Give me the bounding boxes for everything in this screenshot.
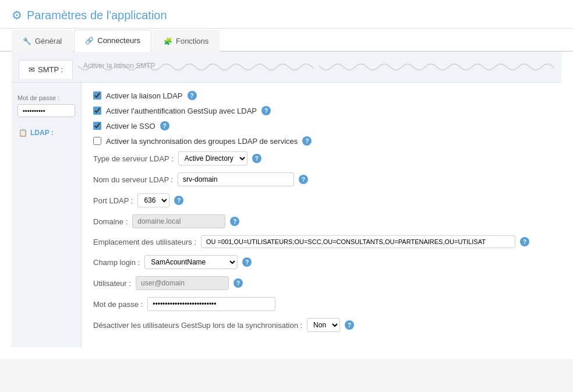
smtp-bar: ✉ SMTP : Activer la liaison SMTP [12,52,561,83]
utilisateur-label: Utilisateur : [93,279,131,288]
checkbox-row-auth: Activer l'authentification GestSup avec … [93,106,550,115]
activate-ldap-checkbox[interactable] [93,91,101,100]
sub-tab-smtp[interactable]: ✉ SMTP : [19,60,73,79]
activate-sso-label: Activer le SSO [106,122,155,130]
decorative-wave [319,61,554,73]
nom-serveur-label: Nom du serveur LDAP : [93,175,173,184]
motdepasse-input[interactable] [147,297,275,311]
nom-serveur-input[interactable] [178,172,294,186]
help-champ-login-icon[interactable]: ? [242,257,252,267]
help-utilisateur-icon[interactable]: ? [234,278,243,288]
domaine-row: Domaine : ? [93,214,550,228]
gear-icon: ⚙ [12,8,22,22]
type-serveur-row: Type de serveur LDAP : Active Directory … [93,151,550,165]
domaine-label: Domaine : [93,217,128,226]
help-nom-serveur-icon[interactable]: ? [299,175,308,184]
activate-sync-label: Activer la synchronisation des groupes L… [106,137,298,146]
utilisateur-input[interactable] [136,276,229,290]
sidebar-password-input[interactable] [17,104,75,117]
utilisateur-row: Utilisateur : ? [93,276,550,290]
type-serveur-select[interactable]: Active Directory OpenLDAP [178,151,247,165]
desactiver-select[interactable]: Non Oui [307,318,340,332]
page-title: ⚙ Paramètres de l'application [12,8,561,22]
port-label: Port LDAP : [93,196,133,205]
help-sync-icon[interactable]: ? [302,136,312,146]
tab-connecteurs[interactable]: 🔗 Connecteurs [74,30,151,52]
wrench-icon: 🔧 [23,37,31,45]
tab-fonctions[interactable]: 🧩 Fonctions [153,30,220,52]
champ-login-select[interactable]: SamAcountName userPrincipalName [144,255,238,269]
tab-general[interactable]: 🔧 Général [12,30,73,52]
page-header: ⚙ Paramètres de l'application [0,0,573,29]
help-desactiver-icon[interactable]: ? [345,320,354,330]
desactiver-label: Désactiver les utilisateurs GestSup lors… [93,321,302,330]
sidebar: Mot de passe : 📋 LDAP : [12,83,82,347]
checkbox-row-ldap: Activer la liaison LDAP ? [93,91,550,100]
checkbox-row-sso: Activer le SSO ? [93,121,550,130]
motdepasse-row: Mot de passe : [93,297,550,311]
activate-auth-label: Activer l'authentification GestSup avec … [106,107,257,115]
emplacement-row: Emplacement des utilisateurs : ? [93,235,550,248]
activate-ldap-label: Activer la liaison LDAP [106,91,183,100]
motdepasse-label: Mot de passe : [93,300,143,309]
link-icon: 🔗 [85,37,94,45]
help-port-icon[interactable]: ? [174,196,183,205]
type-serveur-label: Type de serveur LDAP : [93,154,174,163]
help-auth-icon[interactable]: ? [261,106,271,115]
form-area: Activer la liaison LDAP ? Activer l'auth… [82,83,561,347]
desactiver-row: Désactiver les utilisateurs GestSup lors… [93,318,550,332]
help-emplacement-icon[interactable]: ? [520,237,529,246]
content-area: ✉ SMTP : Activer la liaison SMTP Mot de … [0,52,573,359]
champ-login-label: Champ login : [93,258,140,267]
champ-login-row: Champ login : SamAcountName userPrincipa… [93,255,550,269]
sidebar-motdepasse: Mot de passe : [12,89,81,122]
help-domaine-icon[interactable]: ? [230,217,239,226]
port-select[interactable]: 389 636 [137,193,169,207]
sidebar-item-ldap[interactable]: 📋 LDAP : [12,124,81,142]
activate-sync-checkbox[interactable] [93,137,101,145]
help-ldap-icon[interactable]: ? [188,91,197,100]
emplacement-input[interactable] [201,235,515,248]
activate-auth-checkbox[interactable] [93,107,101,115]
envelope-icon: ✉ [29,65,35,74]
domaine-input[interactable] [132,214,225,228]
puzzle-icon: 🧩 [164,37,172,45]
checkbox-row-sync: Activer la synchronisation des groupes L… [93,136,550,146]
help-sso-icon[interactable]: ? [160,121,169,130]
ldap-icon: 📋 [19,129,27,137]
main-tabs: 🔧 Général 🔗 Connecteurs 🧩 Fonctions [0,29,573,52]
emplacement-label: Emplacement des utilisateurs : [93,238,196,246]
help-type-serveur-icon[interactable]: ? [252,154,261,163]
activate-sso-checkbox[interactable] [93,122,101,130]
main-layout: Mot de passe : 📋 LDAP : Activer la liais… [12,83,561,347]
smtp-activate-label: Activer la liaison SMTP [77,61,313,73]
nom-serveur-row: Nom du serveur LDAP : ? [93,172,550,186]
port-row: Port LDAP : 389 636 ? [93,193,550,207]
